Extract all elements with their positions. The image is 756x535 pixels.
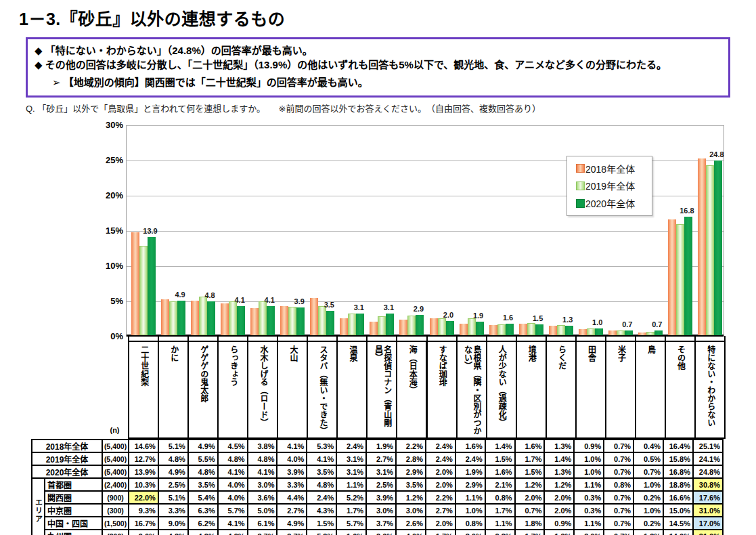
value-cell: 3.0% — [455, 530, 485, 535]
bar-value-label: 3.1 — [344, 303, 374, 312]
table-row-中京圏: 中京圏(300)9.3%3.3%6.3%5.7%5.0%2.7%4.3%1.7%… — [32, 504, 723, 517]
bar-value-label: 1.3 — [553, 316, 583, 324]
category-header-cell: 人が少ない（過疎化） — [486, 341, 517, 439]
value-cell: 3.9% — [366, 491, 396, 504]
bar-2019年全体 — [259, 301, 267, 335]
category-label: 名探偵コナン（青山剛昌） — [373, 345, 391, 435]
bar-2019年全体 — [706, 165, 714, 335]
value-cell: 2.9% — [455, 478, 485, 491]
value-cell: 1.0% — [633, 478, 663, 491]
bar-2020年全体 — [625, 330, 633, 335]
value-cell: 1.0% — [336, 530, 366, 535]
bar-value-label: 4.8 — [195, 291, 225, 299]
bar-2019年全体 — [169, 301, 177, 335]
value-cell: 2.4% — [426, 452, 455, 465]
value-cell: 4.9% — [277, 517, 307, 530]
bar-value-label: 2.9 — [403, 305, 433, 313]
bar-2020年全体 — [177, 301, 185, 335]
bar-2020年全体 — [565, 326, 573, 335]
value-cell: 1.4% — [485, 440, 515, 452]
value-cell: 1.3% — [544, 440, 574, 452]
value-cell: 4.1% — [307, 452, 336, 465]
value-cell: 1.7% — [515, 530, 545, 535]
value-cell: 4.3% — [307, 504, 336, 517]
category-label: らくだ — [556, 345, 565, 435]
value-cell: 15.8% — [663, 452, 693, 465]
value-cell: 14.6% — [129, 440, 158, 452]
category-header-cell: 名探偵コナン（青山剛昌） — [366, 341, 397, 439]
value-cell: 24.8% — [693, 465, 723, 478]
value-cell: 4.9% — [188, 440, 218, 452]
value-cell: 2.1% — [485, 478, 515, 491]
bar-2020年全体 — [237, 306, 245, 335]
y-axis-tick-label: 15% — [88, 226, 123, 236]
bar-2018年全体 — [250, 308, 259, 335]
bar-value-label: 4.9 — [165, 291, 195, 299]
category-header-cell: 温泉 — [336, 341, 368, 439]
value-cell: 2.4% — [307, 491, 336, 504]
bar-2018年全体 — [579, 329, 587, 335]
bar-2019年全体 — [318, 306, 326, 335]
bar-2020年全体 — [654, 330, 663, 335]
value-cell: 6.1% — [248, 517, 277, 530]
value-cell: 2.2% — [396, 440, 426, 452]
value-cell: 3.5% — [307, 465, 336, 478]
n-cell: (5,400) — [102, 452, 129, 465]
value-cell: 3.6% — [248, 491, 277, 504]
row-label-cell: 2018年全体 — [32, 440, 102, 452]
value-cell: 4.5% — [218, 440, 248, 452]
value-cell: 1.7% — [336, 504, 366, 517]
bar-value-label: 2.0 — [434, 311, 464, 319]
value-cell: 3.0% — [366, 504, 396, 517]
summary-bullet-2: ◆ その他の回答は多岐に分散し、「二十世紀梨」（13.9%）の他はいずれも回答も… — [35, 58, 721, 72]
value-cell: 0.7% — [604, 465, 633, 478]
category-header-cell: すなば珈琲 — [426, 341, 458, 439]
legend-swatch-2019-icon — [576, 181, 585, 190]
bar-2019年全体 — [557, 325, 565, 335]
value-cell: 17.6% — [693, 491, 723, 504]
value-cell: 0.2% — [633, 491, 663, 504]
value-cell: 0.7% — [604, 440, 633, 452]
y-axis-tick-label: 5% — [88, 296, 123, 306]
value-cell: 2.8% — [396, 452, 426, 465]
category-header-cell: 二十世紀梨 — [128, 341, 159, 439]
bar-2020年全体 — [595, 328, 603, 335]
category-label: 米子 — [616, 345, 625, 435]
y-axis-tick-label: 10% — [88, 261, 123, 271]
value-cell: 1.6% — [455, 440, 485, 452]
value-cell: 17.0% — [693, 517, 723, 530]
legend-swatch-2020-icon — [576, 199, 585, 208]
bar-2018年全体 — [608, 330, 617, 335]
value-cell: 2.7% — [366, 452, 396, 465]
gridline — [127, 266, 724, 267]
value-cell: 2.9% — [396, 465, 426, 478]
value-cell: 0.7% — [515, 504, 545, 517]
value-cell: 0.8% — [604, 478, 633, 491]
value-cell: 24.1% — [693, 452, 723, 465]
value-cell: 5.7% — [336, 517, 366, 530]
bar-value-label: 1.6 — [493, 314, 523, 322]
category-label: 田舎 — [586, 345, 595, 435]
bar-2019年全体 — [587, 328, 595, 335]
n-cell: (1,500) — [102, 517, 129, 530]
table-row-九州圏: 九州圏(300)9.0%4.3%4.3%4.3%3.7%3.7%5.3%1.0%… — [32, 530, 723, 535]
value-cell: 2.2% — [426, 491, 455, 504]
value-cell: 16.8% — [663, 465, 693, 478]
bar-2018年全体 — [519, 324, 527, 335]
value-cell: 9.0% — [129, 530, 158, 535]
value-cell: 4.8% — [248, 452, 277, 465]
category-label: 温泉 — [348, 345, 357, 435]
value-cell: 1.5% — [485, 452, 515, 465]
value-cell: 1.1% — [455, 491, 485, 504]
value-cell: 0.7% — [633, 465, 663, 478]
value-cell: 16.7% — [129, 517, 158, 530]
value-cell: 1.6% — [485, 465, 515, 478]
row-label-cell: 2020年全体 — [32, 465, 102, 478]
y-axis-tick-label: 0% — [88, 331, 123, 341]
bar-value-label: 4.1 — [254, 296, 284, 304]
value-cell: 2.3% — [485, 530, 515, 535]
category-label: 水木しげる（ロード） — [258, 345, 267, 435]
category-header-cell: らくだ — [546, 341, 577, 439]
value-cell: 3.9% — [277, 465, 307, 478]
value-cell: 1.1% — [485, 517, 515, 530]
